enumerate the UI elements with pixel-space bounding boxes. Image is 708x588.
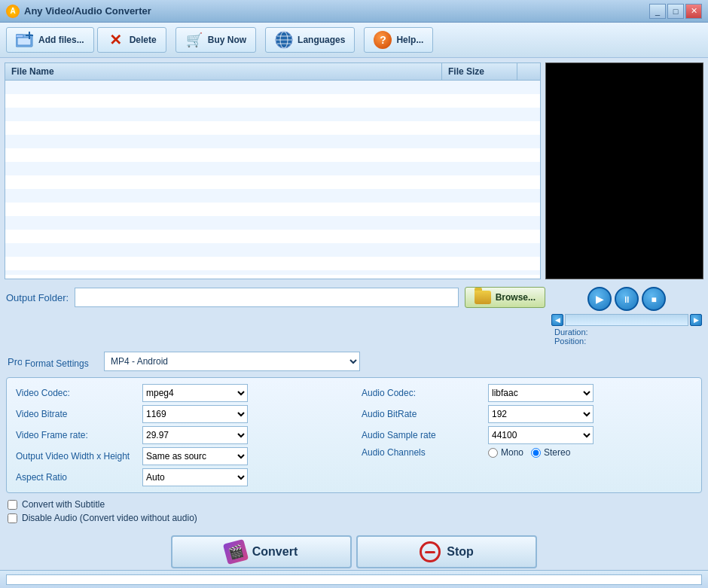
status-progress-bar xyxy=(6,574,702,585)
stop-circle-icon xyxy=(420,541,441,562)
output-controls-row: Output Folder: Browse... ◀ ▶ Duration: xyxy=(0,284,708,349)
audio-samplerate-label: Audio Sample rate xyxy=(362,430,482,440)
format-settings: Format Settings Video Codec: mpeg4 Video… xyxy=(6,377,702,493)
browse-button[interactable]: Browse... xyxy=(465,287,545,308)
seek-forward-button[interactable]: ▶ xyxy=(690,314,702,326)
stereo-radio-label[interactable]: Stereo xyxy=(531,447,570,458)
help-label: Help... xyxy=(396,35,423,45)
audio-codec-label: Audio Codec: xyxy=(362,388,482,398)
aspect-ratio-select[interactable]: Auto xyxy=(142,468,248,486)
format-left-col: Video Codec: mpeg4 Video Bitrate 1169 Vi… xyxy=(16,384,346,486)
video-framerate-label: Video Frame rate: xyxy=(16,430,136,440)
toolbar: Add files... ✕ Delete 🛒 Buy Now Language… xyxy=(0,23,708,58)
play-icon xyxy=(596,293,604,305)
player-buttons xyxy=(587,287,666,311)
seek-bar[interactable] xyxy=(565,314,688,326)
help-icon: ? xyxy=(374,31,392,49)
languages-icon xyxy=(275,31,293,49)
output-size-label: Output Video Width x Height xyxy=(16,451,136,462)
action-buttons: 🎬 Convert Stop xyxy=(0,529,708,574)
file-name-column: File Name xyxy=(5,63,442,80)
output-size-select[interactable]: Same as sourc xyxy=(142,447,248,465)
video-preview xyxy=(545,62,703,279)
disable-audio-label: Disable Audio (Convert video without aud… xyxy=(22,513,197,523)
maximize-button[interactable]: □ xyxy=(667,4,684,19)
video-framerate-select[interactable]: 29.97 xyxy=(142,426,248,444)
mono-label: Mono xyxy=(501,447,523,458)
file-list-rows[interactable] xyxy=(5,81,540,275)
stop-circle-inner xyxy=(425,551,435,553)
delete-icon: ✕ xyxy=(107,31,125,49)
audio-channels-row: Audio Channels Mono Stereo xyxy=(362,447,692,458)
format-right-col: Audio Codec: libfaac Audio BitRate 192 A… xyxy=(362,384,692,486)
audio-channels-radio-group: Mono Stereo xyxy=(488,447,570,458)
stop-button[interactable]: Stop xyxy=(356,535,537,568)
audio-samplerate-row: Audio Sample rate 44100 xyxy=(362,426,692,444)
stereo-radio[interactable] xyxy=(531,448,541,458)
help-button[interactable]: ? Help... xyxy=(364,27,433,53)
status-bar xyxy=(0,570,708,588)
subtitle-label: Convert with Subtitle xyxy=(22,499,105,510)
app-title: Any Video/Audio Converter xyxy=(24,5,151,17)
mono-radio[interactable] xyxy=(488,448,498,458)
audio-bitrate-row: Audio BitRate 192 xyxy=(362,405,692,423)
title-bar-left: A Any Video/Audio Converter xyxy=(6,5,151,18)
output-folder-row: Output Folder: Browse... xyxy=(6,287,545,308)
subtitle-checkbox[interactable] xyxy=(8,500,17,510)
add-files-label: Add files... xyxy=(38,35,84,45)
pause-button[interactable] xyxy=(615,287,639,311)
video-codec-select[interactable]: mpeg4 xyxy=(142,384,248,402)
pause-icon xyxy=(622,293,631,305)
seek-bar-row: ◀ ▶ xyxy=(551,314,702,326)
seek-back-button[interactable]: ◀ xyxy=(551,314,563,326)
delete-button[interactable]: ✕ Delete xyxy=(97,27,166,53)
video-bitrate-label: Video Bitrate xyxy=(16,409,136,419)
minimize-button[interactable]: _ xyxy=(649,4,666,19)
video-framerate-row: Video Frame rate: 29.97 xyxy=(16,426,346,444)
languages-button[interactable]: Languages xyxy=(265,27,355,53)
mono-radio-label[interactable]: Mono xyxy=(488,447,523,458)
close-button[interactable]: ✕ xyxy=(685,4,702,19)
stereo-label: Stereo xyxy=(544,447,570,458)
app-icon: A xyxy=(6,5,20,18)
player-area: ◀ ▶ Duration: Position: xyxy=(551,287,702,346)
stop-sq-icon xyxy=(651,293,656,305)
convert-label: Convert xyxy=(252,545,298,559)
file-list-header: File Name File Size xyxy=(5,63,540,81)
delete-label: Delete xyxy=(130,35,157,45)
main-content: File Name File Size xyxy=(0,58,708,284)
video-bitrate-row: Video Bitrate 1169 xyxy=(16,405,346,423)
buy-now-label: Buy Now xyxy=(208,35,246,45)
video-bitrate-select[interactable]: 1169 xyxy=(142,405,248,423)
video-codec-row: Video Codec: mpeg4 xyxy=(16,384,346,402)
checkbox-section: Convert with Subtitle Disable Audio (Con… xyxy=(0,496,708,529)
convert-button[interactable]: 🎬 Convert xyxy=(171,535,352,568)
file-list: File Name File Size xyxy=(5,62,541,279)
disable-audio-checkbox-row: Disable Audio (Convert video without aud… xyxy=(8,513,700,523)
disable-audio-checkbox[interactable] xyxy=(8,513,17,523)
aspect-ratio-label: Aspect Ratio xyxy=(16,472,136,483)
output-folder-input[interactable] xyxy=(75,288,459,307)
duration-info: Duration: Position: xyxy=(551,328,702,346)
output-folder-label: Output Folder: xyxy=(6,292,69,303)
browse-label: Browse... xyxy=(496,292,536,303)
play-button[interactable] xyxy=(587,287,612,311)
player-stop-button[interactable] xyxy=(642,287,666,311)
add-files-button[interactable]: Add files... xyxy=(6,27,94,53)
add-files-icon xyxy=(16,31,34,49)
subtitle-checkbox-row: Convert with Subtitle xyxy=(8,499,700,510)
format-grid: Video Codec: mpeg4 Video Bitrate 1169 Vi… xyxy=(16,384,692,486)
film-icon: 🎬 xyxy=(223,539,249,565)
audio-channels-label: Audio Channels xyxy=(362,447,482,458)
format-settings-title: Format Settings xyxy=(22,358,92,369)
stop-label: Stop xyxy=(447,545,474,559)
audio-codec-select[interactable]: libfaac xyxy=(488,384,594,402)
audio-bitrate-select[interactable]: 192 xyxy=(488,405,594,423)
profile-select[interactable]: MP4 - Android xyxy=(104,352,360,371)
svg-rect-1 xyxy=(16,35,23,38)
audio-bitrate-label: Audio BitRate xyxy=(362,409,482,419)
output-size-row: Output Video Width x Height Same as sour… xyxy=(16,447,346,465)
audio-samplerate-select[interactable]: 44100 xyxy=(488,426,594,444)
buy-now-button[interactable]: 🛒 Buy Now xyxy=(175,27,256,53)
duration-label: Duration: xyxy=(554,328,702,337)
